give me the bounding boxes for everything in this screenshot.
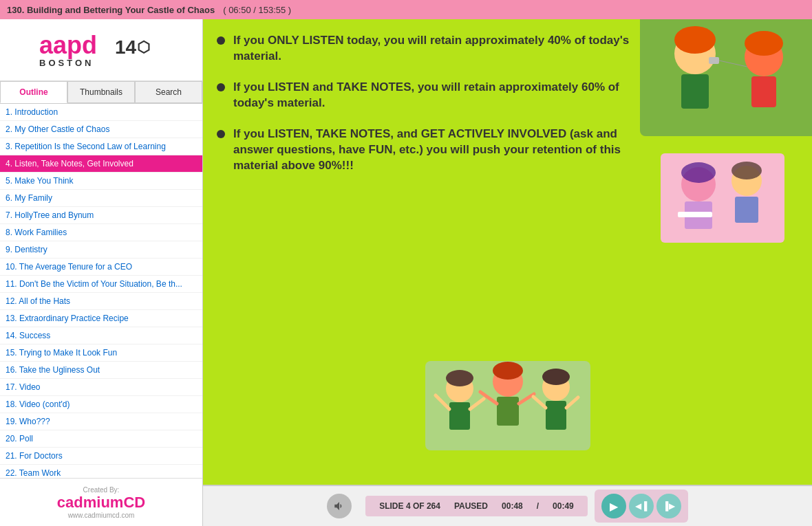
outline-item-2[interactable]: 2. My Other Castle of Chaos bbox=[0, 121, 202, 138]
volume-button[interactable] bbox=[327, 494, 352, 518]
outline-item-14[interactable]: 14. Success bbox=[0, 327, 202, 344]
cadmium-text: cadmium bbox=[57, 494, 124, 511]
volume-icon bbox=[333, 500, 345, 512]
title-bar: 130. Building and Bettering Your Castle … bbox=[0, 0, 812, 19]
bottom-brand: Created By: cadmiumCD www.cadmiumcd.com bbox=[0, 478, 202, 526]
svg-rect-18 bbox=[735, 197, 758, 223]
bullet-dot-3 bbox=[217, 130, 225, 138]
cd-text: CD bbox=[123, 494, 145, 511]
forward-button[interactable]: ▐▶ bbox=[656, 494, 681, 518]
title-time: ( 06:50 / 153:55 ) bbox=[223, 5, 291, 15]
tabs: Outline Thumbnails Search bbox=[0, 81, 202, 104]
outline-item-1[interactable]: 1. Introduction bbox=[0, 104, 202, 121]
tab-outline[interactable]: Outline bbox=[0, 81, 67, 103]
svg-rect-27 bbox=[497, 397, 519, 426]
outline-item-11[interactable]: 11. Don't Be the Victim of Your Situatio… bbox=[0, 276, 202, 293]
outline-item-5[interactable]: 5. Make You Think bbox=[0, 173, 202, 190]
playback-controls: ▶ ◀▐ ▐▶ bbox=[595, 490, 688, 523]
title-text: 130. Building and Bettering Your Castle … bbox=[7, 5, 215, 15]
svg-rect-13 bbox=[661, 153, 784, 243]
bullet-dot-1 bbox=[217, 36, 225, 45]
logo-area: aapd 14 ⬡ BOSTON bbox=[0, 19, 202, 81]
logo-svg: aapd 14 ⬡ BOSTON bbox=[32, 26, 170, 74]
bullet-3-text: If you LISTEN, TAKE NOTES, and GET ACTIV… bbox=[233, 127, 654, 174]
bullet-2-text: If you LISTEN and TAKE NOTES, you will r… bbox=[233, 80, 654, 111]
tab-search[interactable]: Search bbox=[135, 81, 202, 103]
created-by-label: Created By: bbox=[83, 486, 120, 494]
svg-point-20 bbox=[731, 162, 762, 179]
svg-point-19 bbox=[681, 162, 716, 183]
svg-text:14: 14 bbox=[115, 36, 137, 58]
slide-content: If you ONLY LISTEN today, you will retai… bbox=[203, 19, 812, 485]
bottom-image bbox=[425, 361, 590, 450]
bullet-dot-2 bbox=[217, 83, 225, 91]
status-badge: PAUSED bbox=[454, 501, 488, 511]
outline-item-20[interactable]: 20. Poll bbox=[0, 430, 202, 448]
bullet-3: If you LISTEN, TAKE NOTES, and GET ACTIV… bbox=[217, 127, 654, 174]
bullet-2: If you LISTEN and TAKE NOTES, you will r… bbox=[217, 80, 654, 111]
slide-label: SLIDE 4 OF 264 bbox=[379, 501, 440, 511]
outline-item-17[interactable]: 17. Video bbox=[0, 379, 202, 396]
outline-item-6[interactable]: 6. My Family bbox=[0, 190, 202, 207]
outline-item-7[interactable]: 7. HollyTree and Bynum bbox=[0, 207, 202, 224]
slide-info-box: SLIDE 4 OF 264 PAUSED 00:48 / 00:49 bbox=[365, 496, 588, 516]
cadmium-logo: cadmiumCD bbox=[57, 494, 145, 512]
svg-text:aapd: aapd bbox=[39, 31, 97, 59]
slide-right-images bbox=[661, 33, 798, 471]
main-layout: aapd 14 ⬡ BOSTON Outline Thumbnails Sear… bbox=[0, 19, 812, 526]
outline-item-3[interactable]: 3. Repetition Is the Second Law of Learn… bbox=[0, 138, 202, 155]
outline-item-13[interactable]: 13. Extraordinary Practice Recipe bbox=[0, 310, 202, 327]
svg-point-36 bbox=[542, 369, 570, 385]
svg-rect-23 bbox=[449, 402, 470, 430]
outline-item-15[interactable]: 15. Trying to Make It Look Fun bbox=[0, 344, 202, 362]
svg-text:BOSTON: BOSTON bbox=[39, 58, 94, 68]
rewind-button[interactable]: ◀▐ bbox=[629, 494, 654, 518]
bottom-image-svg bbox=[425, 361, 590, 450]
outline-item-9[interactable]: 9. Dentistry bbox=[0, 241, 202, 259]
time-separator: / bbox=[537, 501, 539, 511]
outline-item-10[interactable]: 10. The Average Tenure for a CEO bbox=[0, 259, 202, 276]
svg-text:⬡: ⬡ bbox=[137, 39, 150, 56]
middle-image-svg bbox=[661, 153, 784, 243]
bullet-1-text: If you ONLY LISTEN today, you will retai… bbox=[233, 33, 654, 65]
website-label: www.cadmiumcd.com bbox=[68, 512, 135, 519]
bullet-1: If you ONLY LISTEN today, you will retai… bbox=[217, 33, 654, 65]
left-panel: aapd 14 ⬡ BOSTON Outline Thumbnails Sear… bbox=[0, 19, 203, 526]
svg-point-34 bbox=[446, 370, 473, 386]
tab-thumbnails[interactable]: Thumbnails bbox=[67, 81, 135, 103]
svg-point-35 bbox=[493, 362, 523, 380]
svg-rect-31 bbox=[546, 401, 566, 430]
svg-rect-16 bbox=[678, 212, 712, 217]
outline-item-18[interactable]: 18. Video (cont'd) bbox=[0, 396, 202, 413]
controls-bar: SLIDE 4 OF 264 PAUSED 00:48 / 00:49 ▶ ◀▐… bbox=[203, 485, 812, 526]
outline-item-4[interactable]: 4. Listen, Take Notes, Get Involved bbox=[0, 155, 202, 173]
middle-image bbox=[661, 153, 784, 243]
outline-item-16[interactable]: 16. Take the Ugliness Out bbox=[0, 362, 202, 379]
outline-item-21[interactable]: 21. For Doctors bbox=[0, 448, 202, 465]
outline-list: 1. Introduction2. My Other Castle of Cha… bbox=[0, 104, 202, 478]
play-button[interactable]: ▶ bbox=[601, 494, 626, 518]
outline-item-8[interactable]: 8. Work Families bbox=[0, 224, 202, 241]
outline-item-22[interactable]: 22. Team Work bbox=[0, 465, 202, 478]
outline-item-12[interactable]: 12. All of the Hats bbox=[0, 293, 202, 310]
time-current: 00:48 bbox=[502, 501, 523, 511]
outline-scroll-wrapper: 1. Introduction2. My Other Castle of Cha… bbox=[0, 104, 202, 478]
slide-area: If you ONLY LISTEN today, you will retai… bbox=[203, 19, 812, 526]
time-total: 00:49 bbox=[553, 501, 574, 511]
outline-item-19[interactable]: 19. Who??? bbox=[0, 413, 202, 430]
